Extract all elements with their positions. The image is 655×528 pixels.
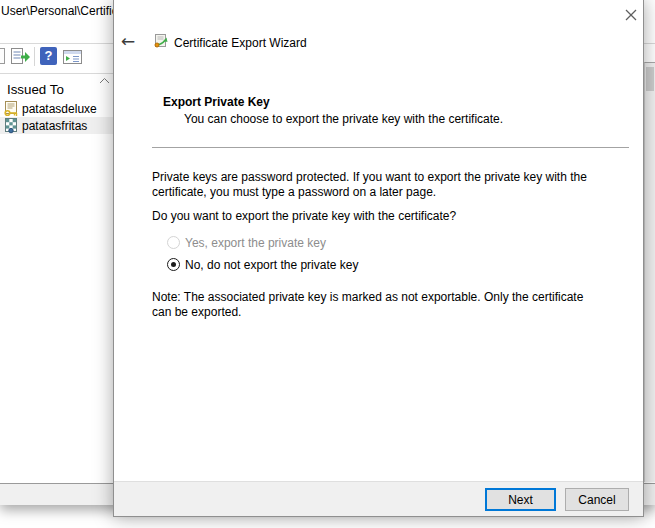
cancel-button[interactable]: Cancel [565, 488, 629, 511]
list-item-label: patatasfritas [22, 119, 87, 133]
help-icon[interactable]: ? [40, 46, 62, 68]
background-scrollbar[interactable] [644, 62, 655, 482]
next-button[interactable]: Next [485, 488, 556, 511]
note-line: can be exported. [152, 305, 241, 320]
page-heading: Export Private Key [163, 95, 270, 109]
toolbar-separator [34, 47, 35, 66]
column-header-label: Issued To [7, 82, 64, 97]
certificate-with-key-icon [3, 101, 19, 117]
radio-label: Yes, export the private key [185, 236, 326, 250]
question-text: Do you want to export the private key wi… [152, 209, 456, 224]
column-header-issued-to[interactable]: Issued To [0, 75, 116, 99]
close-icon [620, 4, 642, 26]
back-arrow-icon: ← [121, 31, 135, 51]
console-tree-icon[interactable] [62, 46, 84, 68]
list-item-label: patatasdeluxe [22, 102, 97, 116]
note-line: Note: The associated private key is mark… [152, 290, 583, 305]
wizard-title: Certificate Export Wizard [174, 36, 307, 50]
chevron-up-icon [99, 77, 110, 85]
screen: User\Personal\Certific ? [0, 0, 655, 528]
radio-yes-export-private-key: Yes, export the private key [167, 235, 326, 250]
list-item-patatasfritas[interactable]: patatasfritas [0, 117, 116, 134]
page-subtitle: You can choose to export the private key… [184, 112, 503, 126]
certificate-icon [3, 118, 19, 134]
certificate-list: Issued To patatasdeluxe [0, 75, 116, 483]
paragraph-line: Private keys are password protected. If … [152, 170, 587, 185]
partial-icon [0, 48, 5, 64]
window-title-path: User\Personal\Certific [1, 4, 118, 18]
export-list-icon [10, 47, 32, 67]
radio-button-icon [167, 236, 180, 249]
radio-button-icon [167, 258, 180, 271]
radio-label: No, do not export the private key [185, 258, 358, 272]
separator-line [152, 147, 629, 148]
radio-no-export-private-key[interactable]: No, do not export the private key [167, 257, 358, 272]
help-icon: ? [40, 47, 57, 65]
close-button[interactable] [620, 4, 642, 26]
dialog-footer: Next Cancel [114, 481, 643, 516]
certificate-export-wizard-icon [153, 33, 169, 49]
list-item-patatasdeluxe[interactable]: patatasdeluxe [0, 100, 116, 117]
certificate-export-wizard-dialog: ← Certificate Export Wizard Export Priva… [113, 0, 644, 517]
scrollbar-thumb[interactable] [646, 67, 654, 91]
paragraph-line: certificate, you must type a password on… [152, 185, 436, 200]
export-list-icon[interactable] [10, 46, 32, 68]
console-tree-icon [62, 48, 83, 66]
back-button[interactable]: ← [117, 31, 139, 51]
